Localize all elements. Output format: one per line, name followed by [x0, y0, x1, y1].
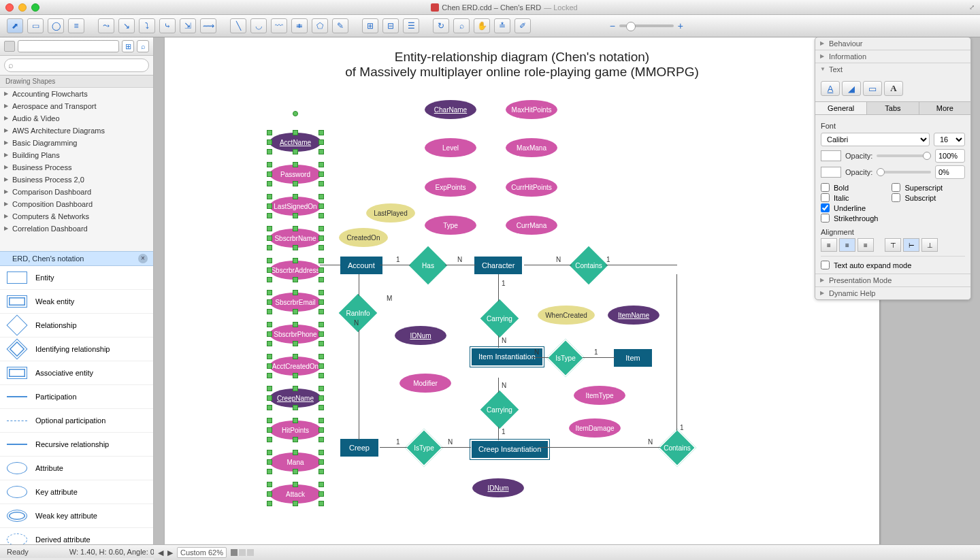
selection-handle[interactable]: [293, 322, 298, 327]
panel-text[interactable]: Text: [815, 63, 970, 76]
selection-handle[interactable]: [318, 418, 324, 423]
selection-handle[interactable]: [293, 437, 298, 442]
selection-handle[interactable]: [318, 354, 324, 359]
selection-handle[interactable]: [267, 181, 272, 186]
connector-tool-5[interactable]: ⇲: [180, 18, 196, 33]
selection-handle[interactable]: [267, 149, 272, 154]
selection-handle[interactable]: [267, 139, 272, 145]
scroll-right-icon[interactable]: ▶: [167, 548, 173, 557]
panel-information[interactable]: Information: [815, 50, 970, 63]
zoom-tool[interactable]: ⌕: [453, 18, 470, 33]
zoom-slider[interactable]: [619, 24, 674, 27]
attr-level[interactable]: Level: [425, 138, 476, 157]
library-item[interactable]: Building Plans: [0, 149, 153, 161]
underline-checkbox[interactable]: Underline: [821, 203, 878, 212]
selection-handle[interactable]: [267, 322, 272, 327]
eyedropper-tool[interactable]: ✐: [514, 18, 531, 33]
connector-tool-2[interactable]: ↘: [118, 18, 135, 33]
selection-handle[interactable]: [318, 437, 324, 442]
panel-dynamic-help[interactable]: Dynamic Help: [815, 287, 970, 299]
selection-handle[interactable]: [318, 459, 324, 465]
selection-handle[interactable]: [267, 437, 272, 442]
attr-charname[interactable]: CharName: [425, 100, 476, 119]
search-view-icon[interactable]: ⌕: [137, 40, 149, 52]
bg-color-swatch[interactable]: [821, 167, 841, 178]
library-item[interactable]: Comparison Dashboard: [0, 186, 153, 198]
selection-handle[interactable]: [318, 501, 324, 506]
attr-idnum[interactable]: IDNum: [395, 326, 446, 345]
selection-handle[interactable]: [267, 277, 272, 282]
entity-character[interactable]: Character: [474, 257, 522, 274]
connector-tool-4[interactable]: ⤷: [159, 18, 176, 33]
selection-handle[interactable]: [267, 386, 272, 391]
shape-item[interactable]: Relationship: [0, 314, 153, 337]
auto-expand-checkbox[interactable]: Text auto expand mode: [821, 261, 965, 269]
selection-handle[interactable]: [267, 245, 272, 250]
shape-item[interactable]: Weak key attribute: [0, 504, 153, 528]
tab-tabs[interactable]: Tabs: [867, 102, 919, 114]
selection-handle[interactable]: [318, 171, 324, 177]
library-item[interactable]: Accounting Flowcharts: [0, 88, 153, 100]
selection-handle[interactable]: [293, 450, 298, 455]
opacity-slider-2[interactable]: [877, 171, 931, 174]
selection-handle[interactable]: [267, 331, 272, 337]
selection-handle[interactable]: [293, 405, 298, 410]
selection-handle[interactable]: [318, 139, 324, 145]
page-thumb-2[interactable]: [239, 549, 246, 556]
connector-tool-6[interactable]: ⟿: [200, 18, 216, 33]
selection-handle[interactable]: [267, 363, 272, 369]
box-icon[interactable]: ▭: [863, 81, 882, 96]
selection-handle[interactable]: [318, 331, 324, 337]
selection-handle[interactable]: [293, 469, 298, 474]
shape-item[interactable]: Optional participation: [0, 409, 153, 433]
zoom-in-icon[interactable]: +: [678, 20, 683, 31]
selection-handle[interactable]: [293, 277, 298, 282]
selection-handle[interactable]: [318, 162, 324, 167]
entity-creepinstantiation[interactable]: Creep Instantiation: [470, 439, 550, 460]
valign-middle[interactable]: ⊢: [903, 238, 919, 252]
selection-handle[interactable]: [267, 203, 272, 209]
rotation-handle[interactable]: [293, 111, 298, 116]
selection-handle[interactable]: [267, 213, 272, 218]
shape-item[interactable]: Recursive relationship: [0, 433, 153, 457]
library-browser-icon[interactable]: [4, 41, 15, 52]
selection-handle[interactable]: [318, 341, 324, 346]
selection-handle[interactable]: [267, 395, 272, 401]
grid-view-icon[interactable]: ⊞: [122, 40, 134, 52]
align-tool[interactable]: ≛: [494, 18, 510, 33]
subscript-checkbox[interactable]: Subscript: [892, 193, 943, 202]
selection-handle[interactable]: [267, 491, 272, 497]
attr-itemdamage[interactable]: ItemDamage: [569, 418, 621, 438]
align-center[interactable]: ≡: [839, 238, 855, 252]
selection-handle[interactable]: [318, 235, 324, 241]
shape-item[interactable]: Derived attribute: [0, 528, 153, 544]
group-tool-3[interactable]: ☰: [403, 18, 419, 33]
inspector-panel[interactable]: Behaviour Information Text A ◢ ▭ A Gener…: [815, 37, 971, 300]
panel-behaviour[interactable]: Behaviour: [815, 37, 970, 50]
library-item[interactable]: Business Process: [0, 161, 153, 174]
selection-handle[interactable]: [318, 363, 324, 369]
attr-type[interactable]: Type: [425, 216, 476, 235]
tab-more[interactable]: More: [919, 102, 970, 114]
selection-handle[interactable]: [293, 130, 298, 135]
superscript-checkbox[interactable]: Superscript: [892, 183, 943, 192]
selection-handle[interactable]: [267, 427, 272, 433]
polygon-tool[interactable]: ⬠: [312, 18, 328, 33]
selection-handle[interactable]: [318, 450, 324, 455]
selection-handle[interactable]: [293, 290, 298, 295]
selection-handle[interactable]: [293, 309, 298, 314]
attr-lastplayed[interactable]: LastPlayed: [366, 203, 415, 223]
selection-handle[interactable]: [293, 245, 298, 250]
shape-search-input[interactable]: [4, 59, 149, 72]
selection-handle[interactable]: [318, 203, 324, 209]
fill-color-icon[interactable]: ◢: [842, 81, 861, 96]
selection-handle[interactable]: [267, 290, 272, 295]
arc-tool[interactable]: ◡: [250, 18, 267, 33]
selection-handle[interactable]: [293, 354, 298, 359]
line-tool[interactable]: ╲: [230, 18, 246, 33]
rel-contains2[interactable]: Contains: [659, 429, 696, 466]
select-tool[interactable]: ⬈: [7, 18, 23, 33]
selection-handle[interactable]: [267, 482, 272, 487]
selection-handle[interactable]: [318, 309, 324, 314]
selection-handle[interactable]: [318, 194, 324, 199]
